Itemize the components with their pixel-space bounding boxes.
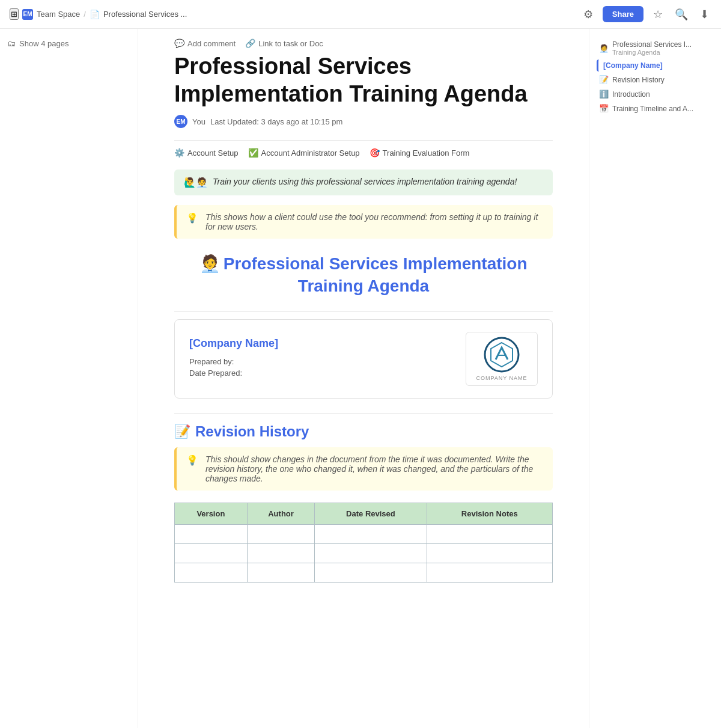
topbar: ⊞ EM Team Space / 📄 Professional Service… xyxy=(0,0,721,29)
sidebar-item-icon: 🧑‍💼 xyxy=(599,44,609,53)
left-sidebar: 🗂 Show 4 pages xyxy=(0,29,138,728)
share-button[interactable]: Share xyxy=(603,6,643,22)
table-row xyxy=(175,563,553,582)
prepared-by-field: Prepared by: xyxy=(189,357,278,366)
add-comment-button[interactable]: 💬 Add comment xyxy=(174,38,236,48)
revision-heading: 📝 Revision History xyxy=(174,423,553,440)
callout-yellow-icon: 💡 xyxy=(186,212,198,224)
date-prepared-field: Date Prepared: xyxy=(189,369,278,378)
revision-emoji: 📝 xyxy=(174,424,190,439)
download-icon-button[interactable]: ⬇ xyxy=(698,5,711,23)
author-row: EM You Last Updated: 3 days ago at 10:15… xyxy=(174,115,553,128)
right-sidebar: 🧑‍💼 Professional Services I... Training … xyxy=(589,29,721,728)
last-updated: Last Updated: 3 days ago at 10:15 pm xyxy=(210,117,342,126)
sidebar-item-icon: 📝 xyxy=(599,75,609,84)
topbar-left: ⊞ EM Team Space / 📄 Professional Service… xyxy=(10,8,187,20)
sidebar-toggle-button[interactable]: ⊞ xyxy=(10,8,19,20)
big-title-text-line2: Training Agenda xyxy=(174,275,553,297)
callout-yellow: 💡 This shows how a client could use the … xyxy=(174,205,553,239)
add-comment-label: Add comment xyxy=(187,39,236,48)
revision-table: Version Author Date Revised Revision Not… xyxy=(174,503,553,583)
cell xyxy=(175,524,248,543)
link-button[interactable]: 🔗 Link to task or Doc xyxy=(245,38,323,48)
show-pages-label: Show 4 pages xyxy=(19,39,68,48)
related-item-label: Account Setup xyxy=(187,148,239,158)
action-bar: 💬 Add comment 🔗 Link to task or Doc xyxy=(174,29,553,53)
sidebar-item-introduction[interactable]: ℹ️ Introduction xyxy=(597,88,714,100)
sidebar-item-company-name[interactable]: [Company Name] xyxy=(597,60,714,72)
callout-green: 🙋‍♂️🧑‍💼 Train your clients using this pr… xyxy=(174,170,553,195)
cell xyxy=(175,563,248,582)
workspace-name: Team Space xyxy=(37,10,80,19)
sidebar-item-icon: ℹ️ xyxy=(599,90,609,99)
sidebar-item-sublabel: Training Agenda xyxy=(612,49,692,56)
sidebar-nav: 🧑‍💼 Professional Services I... Training … xyxy=(597,38,714,115)
company-inner: [Company Name] Prepared by: Date Prepare… xyxy=(175,320,552,398)
search-icon-button[interactable]: 🔍 xyxy=(672,5,690,23)
sidebar-item-professional-services[interactable]: 🧑‍💼 Professional Services I... Training … xyxy=(597,38,714,58)
revision-callout-icon: 💡 xyxy=(186,454,198,466)
col-author: Author xyxy=(247,503,315,524)
big-title-emoji: 🧑‍💼 xyxy=(199,254,221,273)
cell xyxy=(247,543,315,563)
sidebar-item-icon: 📅 xyxy=(599,104,609,113)
callout-yellow-text: This shows how a client could use the to… xyxy=(205,212,543,231)
related-item-evaluation[interactable]: 🎯 Training Evaluation Form xyxy=(370,148,470,158)
evaluation-icon: 🎯 xyxy=(370,148,380,158)
callout-green-text: Train your clients using this profession… xyxy=(213,177,517,186)
related-item-admin-setup[interactable]: ✅ Account Administrator Setup xyxy=(248,148,360,158)
logo-company-name: COMPANY NAME xyxy=(476,375,527,381)
divider-3 xyxy=(174,413,553,414)
admin-setup-icon: ✅ xyxy=(248,148,258,158)
related-item-account-setup[interactable]: ⚙️ Account Setup xyxy=(174,148,239,158)
content-area: 💬 Add comment 🔗 Link to task or Doc Prof… xyxy=(138,29,589,728)
workspace-icon: EM xyxy=(22,9,33,20)
sidebar-item-label: Revision History xyxy=(612,76,665,84)
table-row xyxy=(175,543,553,563)
cell xyxy=(315,524,427,543)
revision-callout: 💡 This should show changes in the docume… xyxy=(174,447,553,491)
company-logo: COMPANY NAME xyxy=(466,332,538,386)
sidebar-item-label: Professional Services I... xyxy=(612,40,692,49)
col-date-revised: Date Revised xyxy=(315,503,427,524)
cell xyxy=(427,563,552,582)
col-version: Version xyxy=(175,503,248,524)
comment-icon: 💬 xyxy=(174,38,184,48)
page-title: Professional Services Implementation Tra… xyxy=(174,53,553,108)
cell xyxy=(247,563,315,582)
company-section: [Company Name] Prepared by: Date Prepare… xyxy=(174,319,553,399)
related-docs-bar: ⚙️ Account Setup ✅ Account Administrator… xyxy=(174,148,553,158)
company-name: [Company Name] xyxy=(189,337,278,350)
logo-svg xyxy=(484,337,520,373)
big-title-text-line1: Professional Services Implementation xyxy=(224,254,528,273)
breadcrumb-separator: / xyxy=(84,10,86,19)
big-section-title: 🧑‍💼 Professional Services Implementation… xyxy=(174,253,553,297)
settings-icon-button[interactable]: ⚙ xyxy=(581,5,595,23)
table-row xyxy=(175,524,553,543)
revision-callout-text: This should show changes in the document… xyxy=(205,454,543,483)
breadcrumb-page-name: Professional Services ... xyxy=(103,10,187,19)
revision-section: 📝 Revision History 💡 This should show ch… xyxy=(174,423,553,583)
show-pages-button[interactable]: 🗂 Show 4 pages xyxy=(7,38,68,48)
star-icon-button[interactable]: ☆ xyxy=(651,5,665,23)
related-item-label: Account Administrator Setup xyxy=(261,148,360,158)
callout-icons: 🙋‍♂️🧑‍💼 xyxy=(184,177,208,188)
revision-heading-text: Revision History xyxy=(195,423,309,440)
cell xyxy=(175,543,248,563)
author-name: You xyxy=(192,117,205,126)
sidebar-item-training-timeline[interactable]: 📅 Training Timeline and A... xyxy=(597,102,714,115)
account-setup-icon: ⚙️ xyxy=(174,148,184,158)
divider-1 xyxy=(174,140,553,141)
cell xyxy=(247,524,315,543)
divider-2 xyxy=(174,311,553,312)
topbar-right: ⚙ Share ☆ 🔍 ⬇ xyxy=(581,5,711,23)
link-icon: 🔗 xyxy=(245,38,255,48)
sidebar-item-revision-history[interactable]: 📝 Revision History xyxy=(597,73,714,86)
pages-icon: 🗂 xyxy=(7,38,16,48)
sidebar-item-label: [Company Name] xyxy=(603,61,663,70)
cell xyxy=(427,524,552,543)
cell xyxy=(427,543,552,563)
main-layout: 🗂 Show 4 pages 💬 Add comment 🔗 Link to t… xyxy=(0,29,721,728)
related-item-label: Training Evaluation Form xyxy=(383,148,470,158)
col-revision-notes: Revision Notes xyxy=(427,503,552,524)
